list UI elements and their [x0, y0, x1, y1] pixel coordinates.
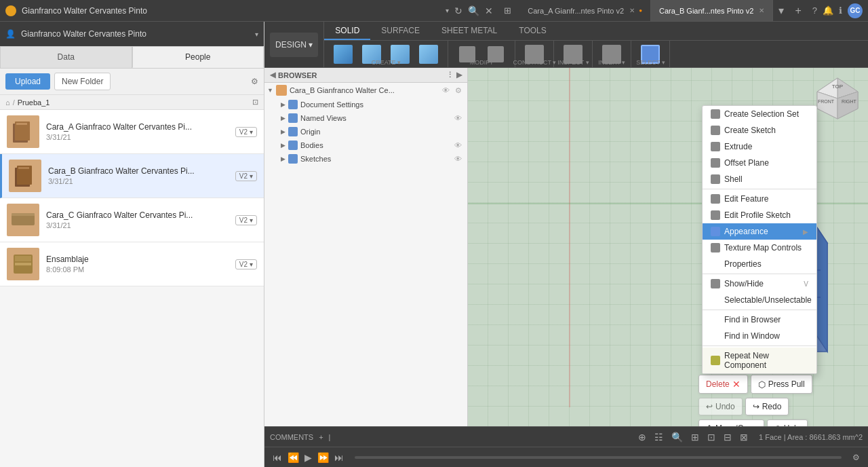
- tab-overflow-icon[interactable]: ▾: [773, 4, 789, 17]
- menu-item-repeat-new-component[interactable]: Repeat New Component: [703, 348, 816, 373]
- eye-icon[interactable]: 👁: [442, 86, 450, 94]
- grid-icon[interactable]: ⊞: [504, 5, 511, 16]
- delete-button[interactable]: Delete ✕: [698, 375, 748, 394]
- file-version[interactable]: V2 ▾: [235, 215, 257, 225]
- bell-icon[interactable]: 🔔: [823, 5, 833, 16]
- new-folder-button[interactable]: New Folder: [54, 73, 111, 90]
- panel-tab-people[interactable]: People: [132, 46, 264, 68]
- browser-collapse-icon[interactable]: ◀: [270, 71, 275, 79]
- list-item[interactable]: Cara_A Gianfraco Walter Cervantes Pi... …: [0, 110, 264, 154]
- help-icon[interactable]: ?: [812, 5, 817, 16]
- menu-item-edit-profile-sketch[interactable]: Edit Profile Sketch: [703, 207, 816, 223]
- browser-item-root[interactable]: ▼ Cara_B Gianfranco Walter Ce... 👁 ⚙: [264, 83, 467, 98]
- sync-icon[interactable]: ⊡: [252, 98, 258, 107]
- menu-item-properties[interactable]: Properties: [703, 256, 816, 272]
- pan-icon[interactable]: ☷: [652, 430, 666, 444]
- menu-item-appearance[interactable]: Appearance ▶: [703, 223, 816, 240]
- play-next-icon[interactable]: ⏩: [317, 452, 329, 463]
- menu-label: Show/Hide: [724, 279, 764, 288]
- orbit-icon[interactable]: ⊕: [635, 430, 649, 444]
- display-settings-icon[interactable]: ⊡: [705, 430, 718, 444]
- hole-button[interactable]: ⊙ Hole: [767, 419, 808, 426]
- browser-item-bodies[interactable]: ▶ Bodies 👁: [264, 138, 467, 152]
- list-item[interactable]: Cara_B Gianfraco Walter Cervantes Pi... …: [0, 154, 264, 198]
- create-label[interactable]: CREATE ▾: [372, 59, 401, 66]
- tab-cara-b-close[interactable]: ✕: [759, 7, 764, 14]
- menu-item-shell[interactable]: Shell: [703, 171, 816, 187]
- menu-item-show-hide[interactable]: Show/Hide V: [703, 276, 816, 292]
- tab-tools[interactable]: TOOLS: [508, 22, 557, 40]
- menu-item-find-window[interactable]: Find in Window: [703, 328, 816, 344]
- browser-close-icon[interactable]: ▶: [456, 71, 462, 79]
- search-icon[interactable]: 🔍: [468, 5, 479, 16]
- insert-label[interactable]: INSERT ▾: [598, 59, 625, 66]
- list-item[interactable]: Cara_C Gianfraco Walter Cervantes Pi... …: [0, 198, 264, 242]
- construct-label[interactable]: CONSTRUCT ▾: [513, 59, 556, 66]
- browser-item-origin[interactable]: ▶ Origin: [264, 125, 467, 138]
- inspect-label[interactable]: INSPECT ▾: [557, 59, 589, 66]
- tab-cara-a-close[interactable]: ✕: [629, 7, 635, 14]
- zoom-icon[interactable]: 🔍: [669, 430, 686, 444]
- undo-button[interactable]: ↩ Undo: [698, 398, 743, 415]
- add-comment-icon[interactable]: +: [319, 433, 323, 441]
- modify-label[interactable]: MODIFY: [470, 59, 494, 66]
- tab-sheet-metal[interactable]: SHEET METAL: [431, 22, 508, 40]
- browser-item-doc-settings[interactable]: ▶ Document Settings: [264, 98, 467, 111]
- menu-item-extrude[interactable]: Extrude: [703, 138, 816, 155]
- grid-icon[interactable]: ⊟: [721, 430, 734, 444]
- timeline-track[interactable]: [355, 456, 842, 459]
- menu-item-create-sketch[interactable]: Create Sketch: [703, 122, 816, 138]
- file-version[interactable]: V2 ▾: [235, 127, 257, 137]
- play-prev-icon[interactable]: ⏪: [288, 452, 299, 463]
- browser-item-named-views[interactable]: ▶ Named Views 👁: [264, 111, 467, 125]
- file-thumb: [7, 204, 39, 236]
- menu-item-create-selection-set[interactable]: Create Selection Set: [703, 106, 816, 122]
- move-copy-button[interactable]: ✥ Move/Copy: [698, 419, 764, 426]
- menu-item-edit-feature[interactable]: Edit Feature: [703, 191, 816, 207]
- eye-icon[interactable]: 👁: [454, 114, 462, 122]
- list-item[interactable]: Ensamblaje 8:09:08 PM V2 ▾: [0, 242, 264, 286]
- tab-solid[interactable]: SOLID: [324, 22, 370, 40]
- zoom-all-icon[interactable]: ⊞: [688, 430, 702, 444]
- extrude-button[interactable]: [330, 43, 357, 65]
- viewport[interactable]: TOP RIGHT FRONT: [468, 68, 868, 426]
- select-label[interactable]: SELECT ▾: [636, 59, 665, 66]
- menu-item-selectable[interactable]: Selectable/Unselectable: [703, 292, 816, 308]
- browser-item-sketches[interactable]: ▶ Sketches 👁: [264, 152, 467, 166]
- playback-settings-icon[interactable]: ⚙: [852, 453, 860, 462]
- file-version[interactable]: V2 ▾: [235, 171, 257, 181]
- view-cube-icon[interactable]: ⊠: [737, 430, 751, 444]
- file-version[interactable]: V2 ▾: [235, 259, 257, 269]
- design-button[interactable]: DESIGN ▾: [270, 33, 318, 57]
- eye-icon[interactable]: 👁: [454, 141, 462, 149]
- loft-button[interactable]: [415, 43, 442, 65]
- play-first-icon[interactable]: ⏮: [273, 452, 282, 463]
- play-last-icon[interactable]: ⏭: [334, 452, 344, 463]
- tab-surface[interactable]: SURFACE: [370, 22, 431, 40]
- upload-button[interactable]: Upload: [5, 73, 50, 90]
- tab-add-icon[interactable]: +: [789, 5, 806, 17]
- tab-cara-a[interactable]: Cara_A Gianfr...ntes Pinto v2 ✕ ●: [519, 0, 651, 21]
- menu-label: Properties: [724, 259, 762, 269]
- breadcrumb-home[interactable]: ⌂: [5, 98, 10, 107]
- eye-icon[interactable]: 👁: [454, 155, 462, 163]
- redo-button[interactable]: ↪ Redo: [745, 398, 789, 415]
- breadcrumb: ⌂ / Prueba_1 ⊡: [0, 95, 264, 110]
- tab-cara-b[interactable]: Cara_B Gianf...ntes Pinto v2 ✕: [651, 0, 773, 21]
- options-icon[interactable]: ⚙: [455, 86, 462, 95]
- refresh-icon[interactable]: ↻: [454, 5, 462, 16]
- nav-cube[interactable]: TOP RIGHT FRONT: [814, 75, 861, 122]
- browser-options-icon[interactable]: ⋮: [446, 71, 454, 79]
- info-icon[interactable]: ℹ: [839, 5, 842, 16]
- user-chevron-icon[interactable]: ▾: [255, 31, 258, 38]
- menu-item-find-browser[interactable]: Find in Browser: [703, 312, 816, 328]
- press-pull-button[interactable]: ⬡ Press Pull: [751, 375, 812, 394]
- menu-item-texture-map[interactable]: Texture Map Controls: [703, 240, 816, 256]
- play-play-icon[interactable]: ▶: [304, 452, 312, 463]
- menu-item-offset-plane[interactable]: Offset Plane: [703, 155, 816, 171]
- comments-panel-icon[interactable]: |: [329, 433, 331, 441]
- settings-icon[interactable]: ⚙: [251, 77, 258, 86]
- user-avatar[interactable]: GC: [848, 3, 863, 18]
- close-icon[interactable]: ✕: [485, 5, 493, 16]
- panel-tab-data[interactable]: Data: [0, 46, 132, 68]
